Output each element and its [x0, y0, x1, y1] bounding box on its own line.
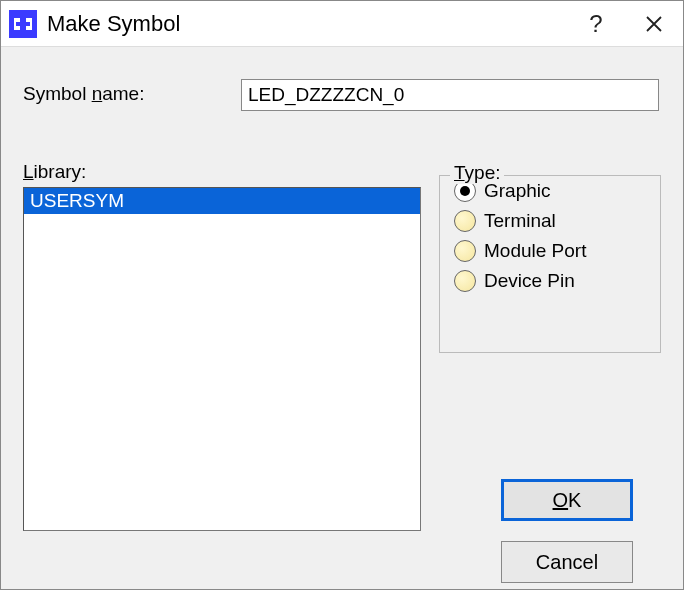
radio-terminal[interactable]: Terminal: [440, 206, 660, 236]
app-icon: [9, 10, 37, 38]
radio-label: Module Port: [484, 240, 586, 262]
radio-icon: [454, 210, 476, 232]
symbol-name-label: Symbol name:: [23, 83, 144, 105]
titlebar: Make Symbol ?: [1, 1, 683, 47]
library-list[interactable]: USERSYM: [23, 187, 421, 531]
radio-device-pin[interactable]: Device Pin: [440, 266, 660, 296]
ok-button[interactable]: OK: [501, 479, 633, 521]
type-group: Type: Graphic Terminal Module Port Devic…: [439, 175, 661, 353]
type-group-label: Type:: [450, 162, 504, 184]
dialog-title: Make Symbol: [47, 11, 567, 37]
library-label: Library:: [23, 161, 86, 183]
make-symbol-dialog: Make Symbol ? Symbol name: Library: USER…: [0, 0, 684, 590]
radio-module-port[interactable]: Module Port: [440, 236, 660, 266]
list-item[interactable]: USERSYM: [24, 188, 420, 214]
client-area: Symbol name: Library: USERSYM Type: Grap…: [1, 47, 683, 589]
radio-label: Terminal: [484, 210, 556, 232]
close-button[interactable]: [625, 1, 683, 47]
radio-icon: [454, 270, 476, 292]
symbol-name-input[interactable]: [241, 79, 659, 111]
help-button[interactable]: ?: [567, 1, 625, 47]
radio-label: Device Pin: [484, 270, 575, 292]
radio-icon: [454, 240, 476, 262]
cancel-button[interactable]: Cancel: [501, 541, 633, 583]
